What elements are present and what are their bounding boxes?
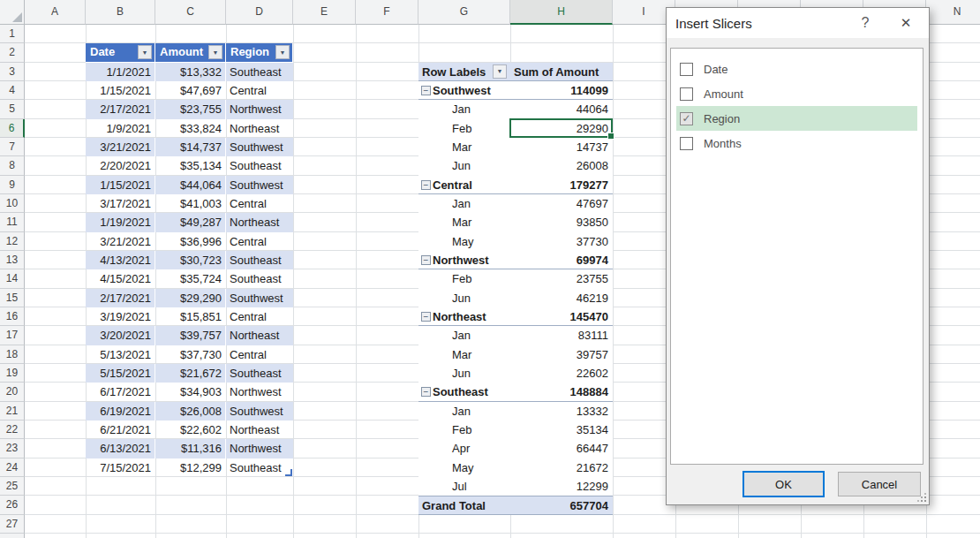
pivot-value-cell[interactable]: 14737 [515,138,608,156]
table-cell-date[interactable]: 1/19/2021 [86,213,151,231]
table-cell-date[interactable]: 5/13/2021 [86,345,151,364]
pivot-value-cell[interactable]: 22602 [515,364,608,383]
table-cell-date[interactable]: 5/15/2021 [86,364,151,383]
table-cell-date[interactable]: 6/13/2021 [86,439,151,458]
pivot-value-cell[interactable]: 39757 [515,345,608,364]
pivot-value-cell[interactable]: 47697 [515,194,608,213]
table-cell-date[interactable]: 6/17/2021 [86,383,151,401]
table-cell-amount[interactable]: $44,064 [155,176,222,194]
pivot-group-row[interactable]: −Central179277 [418,176,613,194]
pivot-detail-label[interactable]: Mar [452,213,471,231]
pivot-detail-label[interactable]: Jun [452,289,471,307]
table-cell-region[interactable]: Central [230,194,293,213]
checkbox-date[interactable] [680,63,693,76]
table-cell-amount[interactable]: $39,757 [155,326,222,345]
row-header-2[interactable]: 2 [0,43,25,62]
pivot-detail-label[interactable]: Jan [452,402,471,421]
table-cell-region[interactable]: Southeast [230,269,293,288]
table-cell-region[interactable]: Central [230,232,293,251]
collapse-icon[interactable]: − [421,387,431,397]
table-cell-region[interactable]: Southeast [230,364,293,383]
table-cell-region[interactable]: Northeast [230,119,293,138]
table-cell-date[interactable]: 4/15/2021 [86,269,151,288]
table-cell-date[interactable]: 7/15/2021 [86,458,151,477]
row-header-11[interactable]: 11 [0,213,25,231]
collapse-icon[interactable]: − [421,312,431,322]
pivot-grand-row[interactable]: Grand Total657704 [418,496,613,514]
table-cell-amount[interactable]: $34,903 [155,383,222,401]
pivot-detail-label[interactable]: May [452,458,474,477]
column-header-H[interactable]: H [510,0,613,25]
pivot-group-label[interactable]: Southwest [433,81,491,99]
pivot-row-labels-header[interactable]: Row Labels [422,63,486,80]
pivot-value-cell[interactable]: 69974 [515,251,608,269]
pivot-detail-row[interactable]: Feb23755 [418,269,613,288]
table-cell-date[interactable]: 3/17/2021 [86,194,151,213]
pivot-detail-row[interactable]: Jun26008 [418,156,613,175]
table-cell-date[interactable]: 2/17/2021 [86,289,151,307]
table-cell-region[interactable]: Northeast [230,421,293,439]
table-cell-date[interactable]: 2/17/2021 [86,100,151,118]
pivot-value-cell[interactable]: 21672 [515,458,608,477]
pivot-detail-row[interactable]: Mar93850 [418,213,613,231]
pivot-detail-label[interactable]: Feb [452,421,471,439]
pivot-detail-label[interactable]: Jun [452,364,471,383]
pivot-group-row[interactable]: −Southwest114099 [418,81,613,100]
table-cell-amount[interactable]: $30,723 [155,251,222,269]
checkbox-region-checked[interactable]: ✓ [680,112,693,125]
row-header-21[interactable]: 21 [0,402,25,421]
pivot-value-cell[interactable]: 114099 [515,81,608,99]
table-cell-date[interactable]: 1/15/2021 [86,176,151,194]
row-header-9[interactable]: 9 [0,176,25,194]
table-cell-amount[interactable]: $29,290 [155,289,222,307]
ok-button[interactable]: OK [743,471,825,497]
collapse-icon[interactable]: − [421,86,431,95]
pivot-values-header[interactable]: Sum of Amount [514,63,599,80]
pivot-group-row[interactable]: −Northeast145470 [418,307,613,326]
table-cell-region[interactable]: Southwest [230,176,293,194]
pivot-detail-row[interactable]: Mar14737 [418,138,613,156]
table-cell-date[interactable]: 1/1/2021 [86,63,151,81]
pivot-value-cell[interactable]: 12299 [515,477,608,496]
table-cell-amount[interactable]: $13,332 [155,63,222,81]
pivot-detail-row[interactable]: Mar39757 [418,345,613,364]
row-header-24[interactable]: 24 [0,458,25,477]
table-cell-region[interactable]: Northwest [230,383,293,401]
row-header-16[interactable]: 16 [0,307,25,326]
table-cell-region[interactable]: Central [230,345,293,364]
row-header-4[interactable]: 4 [0,81,25,100]
row-header-23[interactable]: 23 [0,439,25,458]
select-all-corner[interactable] [0,0,25,25]
table-cell-amount[interactable]: $23,755 [155,100,222,118]
pivot-value-cell[interactable]: 657704 [515,496,608,513]
table-cell-amount[interactable]: $12,299 [155,458,222,477]
pivot-detail-label[interactable]: Jun [452,156,471,175]
pivot-value-cell[interactable]: 46219 [515,289,608,307]
date-filter-button[interactable]: ▼ [138,45,152,59]
pivot-detail-row[interactable]: Jan13332 [418,402,613,421]
row-header-8[interactable]: 8 [0,156,25,175]
pivot-detail-row[interactable]: Jan83111 [418,326,613,345]
table-cell-amount[interactable]: $37,730 [155,345,222,364]
region-filter-button[interactable]: ▼ [275,45,290,59]
pivot-value-cell[interactable]: 179277 [515,176,608,193]
table-cell-amount[interactable]: $35,134 [155,156,222,175]
pivot-detail-row[interactable]: Jan47697 [418,194,613,213]
row-header-3[interactable]: 3 [0,63,25,81]
table-cell-date[interactable]: 4/13/2021 [86,251,151,269]
fill-handle[interactable] [607,133,614,140]
checkbox-amount[interactable] [680,87,693,101]
pivot-group-row[interactable]: −Northwest69974 [418,251,613,269]
pivot-detail-label[interactable]: Mar [452,138,471,156]
pivot-detail-row[interactable]: Jul12299 [418,477,613,496]
row-header-13[interactable]: 13 [0,251,25,269]
pivot-detail-row[interactable]: Feb35134 [418,421,613,439]
table-cell-region[interactable]: Northeast [230,213,293,231]
column-header-A[interactable]: A [25,0,86,25]
pivot-value-cell[interactable]: 66447 [515,439,608,458]
pivot-detail-label[interactable]: Jul [452,477,467,496]
column-header-N[interactable]: N [926,0,980,25]
table-cell-region[interactable]: Southeast [230,458,293,477]
row-header-10[interactable]: 10 [0,194,25,213]
table-cell-region[interactable]: Southwest [230,138,293,156]
